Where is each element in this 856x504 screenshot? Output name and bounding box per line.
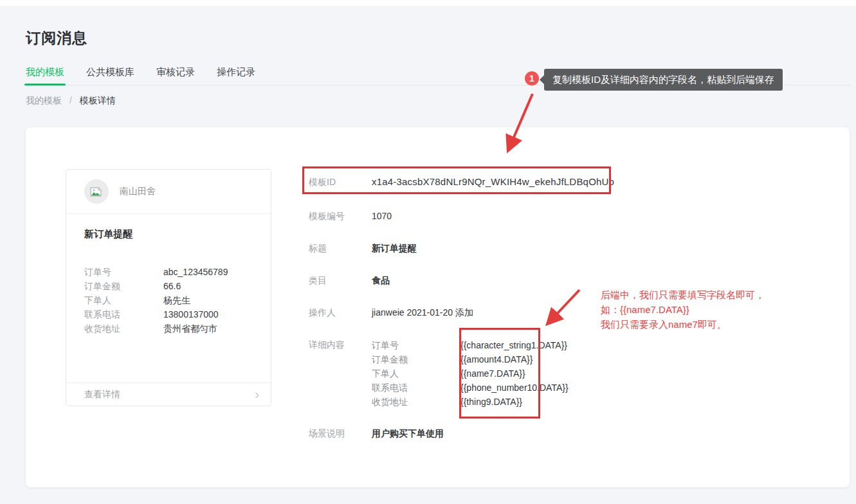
broken-image-icon bbox=[90, 186, 103, 197]
preview-field-row: 订单号 abc_123456789 bbox=[84, 265, 253, 279]
row-label: 标题 bbox=[309, 242, 372, 255]
template-preview-card: 南山田舍 新订单提醒 订单号 abc_123456789 订单金额 66.6 下… bbox=[66, 169, 271, 406]
field-value: 杨先生 bbox=[163, 293, 190, 307]
breadcrumb: 我的模板 / 模板详情 bbox=[26, 95, 116, 107]
step-1-badge: 1 bbox=[525, 71, 539, 86]
template-no-value: 1070 bbox=[372, 210, 392, 222]
breadcrumb-parent[interactable]: 我的模板 bbox=[26, 95, 62, 105]
breadcrumb-separator: / bbox=[69, 95, 72, 105]
top-strip bbox=[0, 0, 856, 6]
annotation-tooltip: 复制模板ID及详细内容内的字段名，粘贴到后端保存 bbox=[544, 69, 783, 91]
tab-public-template-library[interactable]: 公共模板库 bbox=[86, 64, 134, 86]
content-field-label: 订单金额 bbox=[372, 352, 460, 366]
row-template-id: 模板ID x1a4-3acsbX78dNLr9NQr_WKIH4w_ekehJf… bbox=[309, 176, 614, 188]
content-field-row: 联系电话 {{phone_number10.DATA}} bbox=[372, 381, 569, 395]
tooltip-text: 复制模板ID及详细内容内的字段名，粘贴到后端保存 bbox=[552, 74, 774, 85]
field-label: 订单金额 bbox=[84, 279, 163, 293]
content-field-row: 收货地址 {{thing9.DATA}} bbox=[372, 395, 569, 409]
row-label: 操作人 bbox=[309, 306, 372, 319]
row-title: 标题 新订单提醒 bbox=[309, 242, 417, 255]
field-label: 收货地址 bbox=[84, 321, 163, 336]
preview-template-title: 新订单提醒 bbox=[84, 228, 253, 240]
content-field-value: {{phone_number10.DATA}} bbox=[460, 381, 569, 395]
content-field-row: 订单金额 {{amount4.DATA}} bbox=[372, 352, 569, 366]
preview-card-body: 新订单提醒 订单号 abc_123456789 订单金额 66.6 下单人 杨先… bbox=[66, 214, 271, 336]
preview-field-row: 订单金额 66.6 bbox=[84, 279, 253, 293]
content-field-value: {{character_string1.DATA}} bbox=[460, 338, 567, 352]
content-field-label: 订单号 bbox=[372, 338, 460, 352]
row-operator: 操作人 jianweie 2021-01-20 添加 bbox=[309, 306, 473, 319]
view-detail-button[interactable]: 查看详情 › bbox=[66, 382, 271, 406]
row-scene: 场景说明 用户购买下单使用 bbox=[309, 427, 444, 440]
operator-value: jianweie 2021-01-20 添加 bbox=[372, 306, 473, 319]
breadcrumb-current: 模板详情 bbox=[80, 95, 116, 105]
row-label: 模板ID bbox=[309, 176, 372, 188]
row-template-no: 模板编号 1070 bbox=[309, 210, 392, 222]
field-label: 下单人 bbox=[84, 293, 163, 307]
content-field-value: {{thing9.DATA}} bbox=[460, 395, 522, 409]
view-detail-label: 查看详情 bbox=[84, 389, 255, 401]
category-value: 食品 bbox=[372, 274, 390, 287]
detail-content-grid: 订单号 {{character_string1.DATA}} 订单金额 {{am… bbox=[372, 338, 569, 409]
note-line: 后端中，我们只需要填写字段名即可， bbox=[601, 287, 765, 302]
row-label: 场景说明 bbox=[309, 427, 372, 440]
content-field-label: 收货地址 bbox=[372, 395, 460, 409]
account-name: 南山田舍 bbox=[120, 186, 156, 197]
preview-field-row: 联系电话 13800137000 bbox=[84, 307, 253, 321]
note-line: 如：{{name7.DATA}} bbox=[601, 302, 765, 317]
field-value: 66.6 bbox=[163, 279, 181, 293]
tab-my-templates[interactable]: 我的模板 bbox=[26, 64, 64, 86]
content-field-value: {{amount4.DATA}} bbox=[460, 352, 533, 366]
annotation-note: 后端中，我们只需要填写字段名即可， 如：{{name7.DATA}} 我们只需要… bbox=[601, 287, 765, 332]
content-field-label: 联系电话 bbox=[372, 381, 460, 395]
title-value: 新订单提醒 bbox=[372, 242, 417, 255]
preview-card-header: 南山田舍 bbox=[66, 170, 271, 214]
template-id-value: x1a4-3acsbX78dNLr9NQr_WKIH4w_ekehJfLDBqO… bbox=[372, 176, 614, 188]
preview-field-row: 收货地址 贵州省都匀市 bbox=[84, 321, 253, 336]
field-value: abc_123456789 bbox=[163, 265, 228, 279]
chevron-right-icon: › bbox=[255, 387, 259, 402]
tooltip-arrow bbox=[540, 75, 544, 84]
content-field-row: 下单人 {{name7.DATA}} bbox=[372, 366, 569, 381]
page-title: 订阅消息 bbox=[26, 28, 87, 48]
content-field-value: {{name7.DATA}} bbox=[460, 366, 525, 381]
content-field-label: 下单人 bbox=[372, 366, 460, 381]
preview-field-row: 下单人 杨先生 bbox=[84, 293, 253, 307]
avatar bbox=[84, 179, 109, 204]
field-label: 联系电话 bbox=[84, 307, 163, 321]
field-label: 订单号 bbox=[84, 265, 163, 279]
row-label: 模板编号 bbox=[309, 210, 372, 222]
field-value: 贵州省都匀市 bbox=[163, 321, 217, 336]
preview-field-list: 订单号 abc_123456789 订单金额 66.6 下单人 杨先生 联系电话… bbox=[84, 265, 253, 336]
row-detail-content: 详细内容 订单号 {{character_string1.DATA}} 订单金额… bbox=[309, 338, 569, 409]
content-field-row: 订单号 {{character_string1.DATA}} bbox=[372, 338, 569, 352]
note-line: 我们只需要录入name7即可。 bbox=[601, 317, 765, 332]
row-category: 类目 食品 bbox=[309, 274, 390, 287]
row-label: 类目 bbox=[309, 274, 372, 287]
scene-value: 用户购买下单使用 bbox=[372, 427, 444, 440]
tab-operation-records[interactable]: 操作记录 bbox=[217, 64, 255, 86]
field-value: 13800137000 bbox=[163, 307, 219, 321]
tab-review-records[interactable]: 审核记录 bbox=[156, 64, 195, 86]
row-label: 详细内容 bbox=[309, 338, 372, 409]
